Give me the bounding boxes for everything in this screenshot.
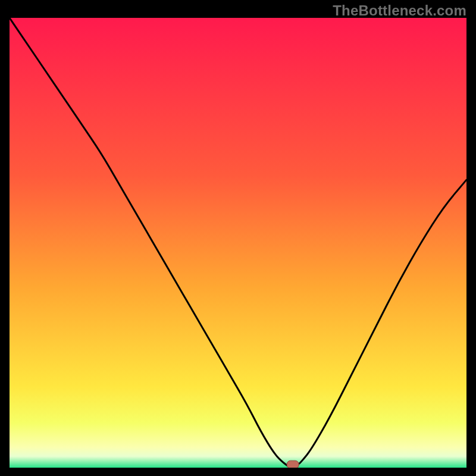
bottleneck-chart xyxy=(10,18,466,468)
watermark-text: TheBottleneck.com xyxy=(333,2,466,19)
chart-stage: TheBottleneck.com xyxy=(0,0,476,476)
plot-area xyxy=(10,18,466,468)
optimal-point-marker xyxy=(287,461,299,468)
gradient-background xyxy=(10,18,466,468)
